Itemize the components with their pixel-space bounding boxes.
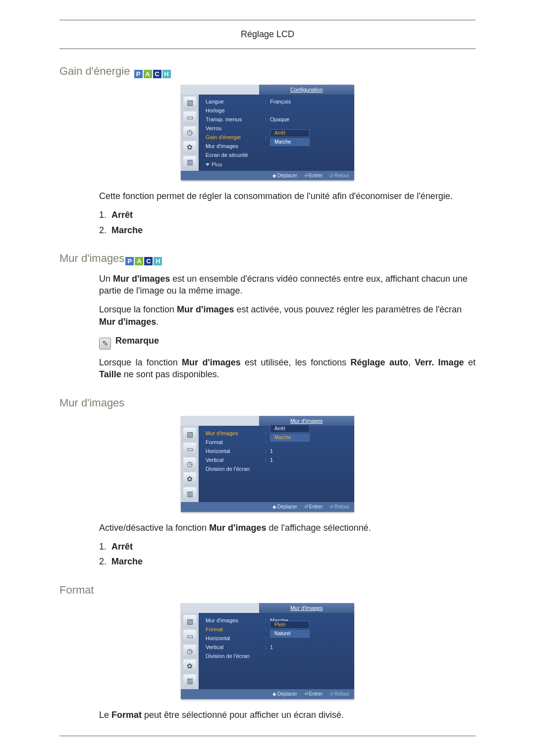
badge-c: C	[144, 257, 153, 265]
osd-sidebar: ▧ ▭ ◷ ✿ ▥	[181, 426, 199, 502]
osd-tab-title: Mur d'images	[259, 603, 355, 613]
osd-label: Transp. menus	[206, 116, 265, 123]
badge-p: P	[134, 70, 143, 78]
osd-option-selected: Naturel	[270, 630, 310, 638]
osd-label: Mur d'images	[206, 617, 265, 624]
list-item: 2. Marche	[99, 555, 476, 567]
osd-menu-mur-dimages: Mur d'images ▧ ▭ ◷ ✿ ▥ Mur d'images: Arr…	[181, 416, 354, 512]
sidebar-icon-time: ◷	[183, 126, 196, 139]
section-format-title: Format	[59, 583, 476, 598]
osd-label: Horizontal	[206, 448, 265, 455]
osd-footer: ◆Déplacer ⏎Entrer ↺Retour	[181, 171, 354, 181]
pach-badge: P A C H	[134, 70, 171, 78]
badge-p: P	[125, 257, 134, 265]
bottom-rule	[59, 736, 476, 736]
sidebar-icon-time: ◷	[183, 457, 196, 470]
title-text: Mur d'images	[59, 252, 124, 264]
osd-value: Français	[270, 98, 350, 105]
paragraph: Active/désactive la fonction Mur d'image…	[99, 522, 476, 534]
title-text: Gain d'énergie	[59, 65, 130, 77]
osd-label: Vertical	[206, 644, 265, 651]
osd-value: 1	[270, 456, 350, 464]
badge-h: H	[154, 257, 162, 265]
osd-label: Division de l'écran	[206, 653, 265, 660]
osd-label: Ecran de sécurité	[206, 151, 265, 159]
paragraph: Cette fonction permet de régler la conso…	[99, 190, 476, 202]
osd-value: 1	[270, 448, 350, 455]
section-mur-dimages-intro-title: Mur d'images P A C H	[59, 251, 476, 266]
osd-label: Horizontal	[206, 635, 265, 642]
sidebar-icon-multi: ▥	[183, 674, 196, 687]
osd-tab-blank	[181, 416, 259, 426]
osd-dropdown: Plein Naturel	[270, 621, 350, 638]
osd-more: Plus	[206, 161, 350, 168]
osd-tab-title: Configuration	[259, 85, 355, 95]
paragraph: Lorsque la fonction Mur d'images est act…	[99, 303, 476, 328]
osd-footer: ◆Déplacer ⏎Entrer ↺Retour	[181, 502, 354, 512]
osd-label: Langue	[206, 98, 265, 105]
osd-value: Opaque	[270, 116, 350, 123]
osd-label-active: Format	[206, 626, 265, 633]
note-heading: ✎ Remarque	[99, 335, 476, 350]
sidebar-icon-multi: ▥	[183, 156, 196, 169]
osd-value: 1	[270, 644, 350, 651]
sidebar-icon-input: ▭	[183, 111, 196, 124]
osd-dropdown: Arrêt Marche	[270, 129, 350, 146]
list-item: 2. Marche	[99, 224, 476, 236]
badge-a: A	[135, 257, 143, 265]
sidebar-icon-input: ▭	[183, 630, 196, 643]
sidebar-icon-picture: ▧	[183, 615, 196, 628]
osd-label: Horloge	[206, 107, 265, 114]
sidebar-icon-multi: ▥	[183, 487, 196, 500]
list-item: 1. Arrêt	[99, 541, 476, 553]
osd-tab-blank	[181, 85, 259, 95]
sidebar-icon-setup: ✿	[183, 659, 196, 672]
section-gain-energie-title: Gain d'énergie P A C H	[59, 64, 476, 79]
osd-label: Vertical	[206, 456, 265, 464]
paragraph: Un Mur d'images est un ensemble d'écrans…	[99, 273, 476, 297]
osd-option: Arrêt	[270, 129, 310, 137]
osd-option-selected: Marche	[270, 434, 310, 442]
badge-h: H	[162, 70, 171, 78]
osd-sidebar: ▧ ▭ ◷ ✿ ▥	[181, 613, 199, 689]
pach-badge: P A C H	[125, 257, 162, 265]
badge-a: A	[144, 70, 152, 78]
paragraph: Lorsque la fonction Mur d'images est uti…	[99, 356, 476, 381]
paragraph: Le Format peut être sélectionné pour aff…	[99, 709, 476, 721]
osd-option: Arrêt	[270, 425, 310, 433]
sidebar-icon-input: ▭	[183, 443, 196, 455]
page-header: Réglage LCD	[0, 20, 535, 49]
osd-dropdown: Arrêt Marche	[270, 425, 350, 442]
osd-label-active: Gain d'énergie	[206, 134, 265, 141]
list-item: 1. Arrêt	[99, 209, 476, 221]
header-rule	[59, 49, 476, 49]
note-icon: ✎	[99, 338, 111, 350]
osd-label-active: Mur d'images	[206, 430, 265, 437]
osd-tab-blank	[181, 603, 259, 613]
osd-option: Plein	[270, 621, 310, 629]
osd-menu-format: Mur d'images ▧ ▭ ◷ ✿ ▥ Mur d'images:Marc…	[181, 603, 354, 699]
osd-tab-title: Mur d'images	[259, 416, 355, 426]
osd-label: Division de l'écran	[206, 465, 265, 473]
osd-menu-configuration: Configuration ▧ ▭ ◷ ✿ ▥ Langue:Français …	[181, 85, 354, 181]
sidebar-icon-setup: ✿	[183, 472, 196, 485]
osd-option-selected: Marche	[270, 138, 310, 146]
sidebar-icon-setup: ✿	[183, 141, 196, 154]
osd-footer: ◆Déplacer ⏎Entrer ↺Retour	[181, 689, 354, 699]
osd-label: Verrou	[206, 125, 265, 132]
osd-sidebar: ▧ ▭ ◷ ✿ ▥	[181, 95, 199, 171]
osd-label: Format	[206, 439, 265, 446]
badge-c: C	[153, 70, 161, 78]
sidebar-icon-picture: ▧	[183, 428, 196, 441]
osd-label: Mur d'images	[206, 143, 265, 150]
sidebar-icon-picture: ▧	[183, 97, 196, 109]
sidebar-icon-time: ◷	[183, 645, 196, 657]
section-mur-dimages-title: Mur d'images	[59, 396, 476, 410]
